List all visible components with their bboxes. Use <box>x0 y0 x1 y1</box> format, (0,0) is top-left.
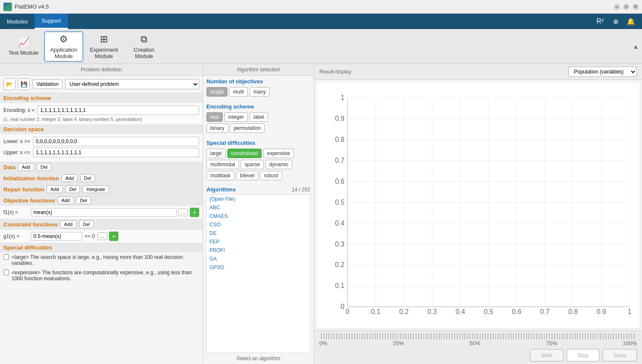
algo-item-2[interactable]: CMAES <box>207 212 310 220</box>
algo-item-1[interactable]: ABC <box>207 203 310 212</box>
algo-item-4[interactable]: DE <box>207 229 310 238</box>
special-difficulty-expensive-text: <expensive> The functions are computatio… <box>12 270 199 282</box>
filter-constrained-button[interactable]: constrained <box>227 149 262 158</box>
obj-func-1-ellipsis-button[interactable]: ... <box>178 208 188 216</box>
data-header: Data Add Del <box>0 161 203 173</box>
objective-func-row-1: f1(x) = ... + <box>0 206 203 219</box>
algorithm-footer: Select an algorithm <box>203 353 314 364</box>
encoding-scheme-filter-title: Encoding scheme <box>206 103 310 110</box>
filter-integer-button[interactable]: integer <box>224 112 248 122</box>
constraint-func-del-button[interactable]: Del <box>79 220 94 228</box>
start-button[interactable]: Start <box>530 349 563 361</box>
menu-item-modules[interactable]: Modules <box>0 14 35 29</box>
algo-item-8[interactable]: GPSO <box>207 263 310 272</box>
maximize-button[interactable]: □ <box>623 4 629 10</box>
encoding-scheme-header: Encoding scheme <box>0 93 203 103</box>
svg-text:0.7: 0.7 <box>335 157 345 164</box>
obj-func-del-button[interactable]: Del <box>76 197 91 204</box>
encoding-input-row: Encoding: x = <box>3 106 199 115</box>
algorithm-list[interactable]: (Open File) ABC CMAES CSO DE FEP FROFI G… <box>206 194 310 353</box>
algo-item-7[interactable]: GA <box>207 255 310 263</box>
filter-real-button[interactable]: real <box>206 112 223 122</box>
filter-expensive-button[interactable]: expensive <box>263 149 294 158</box>
algo-item-6[interactable]: FROFI <box>207 246 310 255</box>
github-icon-button[interactable]: ⊕ <box>610 15 621 27</box>
close-button[interactable]: × <box>633 4 639 10</box>
open-file-button[interactable]: 📂 <box>3 78 15 90</box>
bottom-bar: 0% 25% 50% 75% 100% Start Stop Save <box>314 330 642 364</box>
obj-func-add-button[interactable]: Add <box>58 197 74 204</box>
filter-permutation-button[interactable]: permutation <box>230 123 265 133</box>
svg-text:0.6: 0.6 <box>335 178 345 185</box>
filter-many-button[interactable]: many <box>250 87 270 97</box>
decision-space-content: Lower: x >= Upper: x <= <box>0 134 203 161</box>
svg-text:0.8: 0.8 <box>335 136 345 143</box>
stop-button[interactable]: Stop <box>567 349 600 361</box>
constraint-func-1-label: g1(x) = <box>3 233 29 239</box>
algorithm-selection-header: Algorithm selection <box>203 64 314 76</box>
app-title: PlatEMO v4.5 <box>15 3 614 10</box>
problem-select[interactable]: User-defined problem ZDT1 ZDT2 DTLZ1 <box>65 79 199 89</box>
notification-icon-button[interactable]: 🔔 <box>625 15 637 27</box>
minimize-button[interactable]: – <box>614 4 620 10</box>
repair-func-integrate-button[interactable]: Integrate <box>82 185 109 193</box>
filter-binary-button[interactable]: binary <box>206 123 228 133</box>
data-del-button[interactable]: Del <box>37 163 52 171</box>
filter-dynamic-button[interactable]: dynamic <box>265 160 292 169</box>
result-display-select[interactable]: Population (variables) Population (objec… <box>568 67 637 77</box>
repair-func-add-button[interactable]: Add <box>47 185 63 193</box>
algo-item-0[interactable]: (Open File) <box>207 195 310 203</box>
tab-experiment-module[interactable]: ⊞ Experiment Module <box>85 32 123 62</box>
data-add-button[interactable]: Add <box>18 163 34 171</box>
svg-text:0.5: 0.5 <box>484 308 493 315</box>
save-button[interactable]: Save <box>603 349 637 361</box>
svg-text:0.8: 0.8 <box>568 308 578 315</box>
constraint-funcs-title: Constraint functions <box>3 221 58 228</box>
svg-text:0.5: 0.5 <box>335 199 345 206</box>
chart-area: 0 0.1 0.2 0.3 0.4 0.5 0.6 0.7 0.8 0.9 1 … <box>316 82 640 329</box>
encoding-value-input[interactable] <box>37 106 199 115</box>
save-file-button[interactable]: 💾 <box>18 78 30 90</box>
filter-multi-button[interactable]: multi <box>229 87 247 97</box>
algo-item-3[interactable]: CSO <box>207 220 310 229</box>
filter-sparse-button[interactable]: sparse <box>241 160 264 169</box>
progress-label-50: 50% <box>469 340 480 346</box>
r-icon-button[interactable]: R² <box>594 15 606 27</box>
filter-label-button[interactable]: label <box>250 112 268 122</box>
special-difficulty-expensive-checkbox[interactable] <box>3 270 9 275</box>
filter-multitask-button[interactable]: multitask <box>206 171 234 180</box>
obj-func-1-add-button[interactable]: + <box>190 208 199 217</box>
constraint-func-1-input[interactable] <box>31 232 82 241</box>
svg-text:1: 1 <box>627 308 631 315</box>
special-difficulties-filters-3: multitask bilevel robust <box>206 171 310 180</box>
init-func-add-button[interactable]: Add <box>62 174 78 182</box>
problem-definition-header: Problem definition <box>0 64 203 76</box>
obj-func-1-input[interactable] <box>31 208 177 217</box>
tab-creation-module[interactable]: ⧉ Creation Module <box>125 32 163 62</box>
lower-bound-input[interactable] <box>33 137 199 146</box>
encoding-scheme-filters-2: binary permutation <box>206 123 310 133</box>
constraint-func-1-add-button[interactable]: + <box>109 232 118 241</box>
right-panel: Result display Population (variables) Po… <box>314 64 642 364</box>
tab-application-module[interactable]: ⚙ Application Module <box>44 32 83 62</box>
constraint-func-1-ellipsis-button[interactable]: ... <box>97 232 107 240</box>
mid-panel: Algorithm selection Number of objectives… <box>203 64 314 364</box>
left-scroll-area: Encoding scheme Encoding: x = (1. real n… <box>0 93 203 364</box>
constraint-func-add-button[interactable]: Add <box>60 220 77 228</box>
special-difficulty-large-checkbox[interactable] <box>3 254 9 260</box>
svg-text:0.2: 0.2 <box>335 261 345 268</box>
filter-large-button[interactable]: large <box>206 149 226 158</box>
filter-single-button[interactable]: single <box>206 87 227 97</box>
upper-bound-input[interactable] <box>33 148 199 157</box>
validate-button[interactable]: Validation <box>32 79 62 89</box>
algo-item-5[interactable]: FEP <box>207 238 310 246</box>
repair-func-del-button[interactable]: Del <box>65 185 80 193</box>
filter-bilevel-button[interactable]: bilevel <box>236 171 258 180</box>
init-func-del-button[interactable]: Del <box>80 174 95 182</box>
left-panel: Problem definition 📂 💾 Validation User-d… <box>0 64 203 364</box>
menu-item-support[interactable]: Support <box>35 14 68 29</box>
tab-test-module[interactable]: 📈 Test Module <box>4 32 43 62</box>
filter-multimodal-button[interactable]: multimodal <box>206 160 239 169</box>
filter-robust-button[interactable]: robust <box>260 171 282 180</box>
decision-space-header: Decision space <box>0 124 203 134</box>
